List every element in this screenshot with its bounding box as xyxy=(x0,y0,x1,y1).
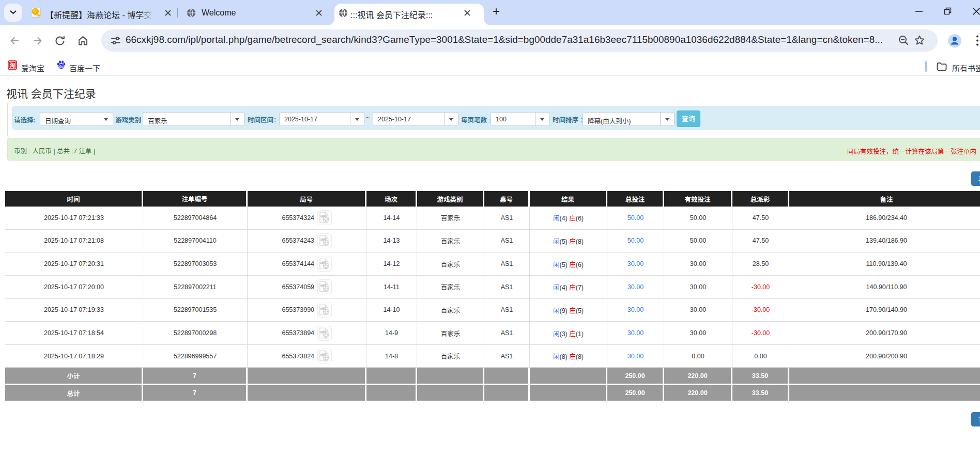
svg-text:du: du xyxy=(59,65,64,68)
svg-text:淘: 淘 xyxy=(10,61,15,69)
